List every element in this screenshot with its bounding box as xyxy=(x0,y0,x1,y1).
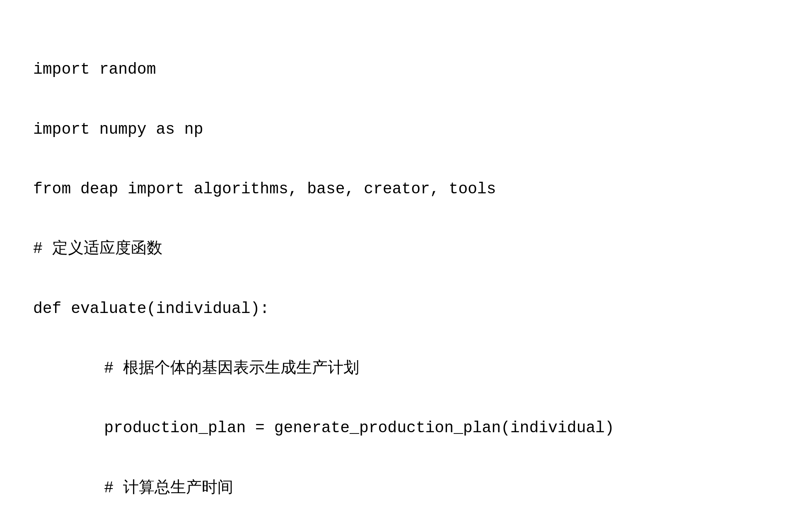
blank-line-4 xyxy=(33,204,779,234)
code-container: import random import numpy as np from de… xyxy=(0,0,812,520)
code-line-comment-fitness: # 定义适应度函数 xyxy=(33,234,779,264)
code-block: import random import numpy as np from de… xyxy=(33,25,779,520)
blank-line-6 xyxy=(33,324,779,354)
code-line-production-plan: production_plan = generate_production_pl… xyxy=(33,413,779,443)
code-line-from-deap: from deap import algorithms, base, creat… xyxy=(33,174,779,204)
code-line-import-random: import random xyxy=(33,55,779,84)
code-line-comment-generate: # 根据个体的基因表示生成生产计划 xyxy=(33,354,779,383)
blank-line-9 xyxy=(33,503,779,520)
blank-line-3 xyxy=(33,144,779,174)
code-line-import-numpy: import numpy as np xyxy=(33,115,779,144)
blank-line-1 xyxy=(33,25,779,55)
blank-line-5 xyxy=(33,264,779,294)
blank-line-2 xyxy=(33,84,779,114)
blank-line-7 xyxy=(33,383,779,413)
blank-line-8 xyxy=(33,443,779,473)
code-line-comment-calc: # 计算总生产时间 xyxy=(33,473,779,503)
code-line-def-evaluate: def evaluate(individual): xyxy=(33,294,779,324)
